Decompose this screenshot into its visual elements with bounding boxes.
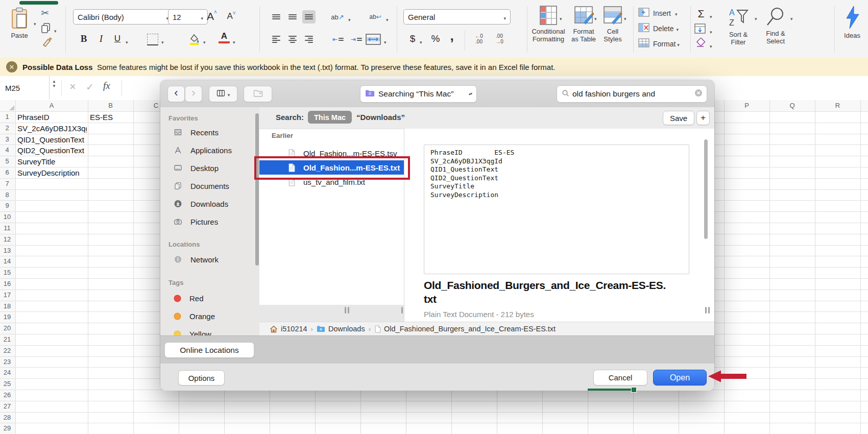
row-header-8[interactable]: 8 — [0, 191, 14, 199]
cell-B1[interactable]: ES-ES — [90, 113, 132, 122]
save-search-button[interactable]: Save — [663, 111, 694, 125]
row-header-22[interactable]: 22 — [0, 347, 14, 354]
sort-filter-dropdown[interactable] — [755, 13, 757, 22]
column-resize-handle[interactable] — [343, 307, 350, 314]
sidebar-item-desktop[interactable]: Desktop — [165, 161, 255, 175]
row-header-25[interactable]: 25 — [0, 380, 14, 388]
increase-indent-button[interactable]: ⇥ — [349, 33, 364, 46]
name-box[interactable]: M25 — [0, 76, 50, 100]
fill-down-icon[interactable] — [694, 23, 706, 36]
cancel-button[interactable]: Cancel — [593, 370, 647, 385]
bold-button[interactable]: B — [77, 32, 91, 46]
format-as-table-dropdown[interactable] — [594, 13, 597, 22]
row-header-10[interactable]: 10 — [0, 213, 14, 221]
row-header-19[interactable]: 19 — [0, 313, 14, 321]
path-segment-downloads[interactable]: Downloads — [317, 325, 365, 333]
sidebar-item-orange[interactable]: Orange — [165, 309, 255, 323]
copy-icon[interactable] — [41, 22, 51, 36]
borders-icon[interactable] — [147, 34, 158, 45]
sidebar-item-network[interactable]: Network — [165, 253, 255, 266]
insert-button[interactable]: Insert — [638, 7, 687, 19]
location-dropdown[interactable]: Searching “This Mac” — [360, 85, 477, 103]
scope-downloads-button[interactable]: “Downloads” — [356, 113, 405, 122]
paste-dropdown[interactable] — [34, 18, 36, 28]
ideas-button[interactable]: Ideas — [839, 5, 865, 39]
options-button[interactable]: Options — [178, 370, 225, 385]
currency-dropdown[interactable] — [420, 37, 422, 46]
path-segment-i510214[interactable]: i510214 — [270, 325, 307, 333]
row-header-14[interactable]: 14 — [0, 257, 14, 265]
grow-font-button[interactable]: A˄ — [203, 8, 221, 25]
scope-this-mac-button[interactable]: This Mac — [308, 111, 352, 124]
search-field[interactable]: old fashion burgers and — [557, 85, 707, 103]
formula-enter-icon[interactable]: ✓ — [86, 81, 94, 93]
row-header-21[interactable]: 21 — [0, 335, 14, 343]
row-header-27[interactable]: 27 — [0, 402, 14, 410]
fill-color-dropdown[interactable] — [203, 37, 206, 46]
row-header-4[interactable]: 4 — [0, 146, 14, 154]
align-left-button[interactable] — [270, 33, 283, 46]
cell-A4[interactable]: QID2_QuestionText — [17, 146, 87, 155]
sidebar-item-red[interactable]: Red — [165, 292, 255, 305]
row-header-6[interactable]: 6 — [0, 168, 14, 176]
row-header-23[interactable]: 23 — [0, 358, 14, 366]
row-header-28[interactable]: 28 — [0, 414, 14, 421]
new-folder-button[interactable] — [244, 86, 272, 102]
underline-dropdown[interactable] — [126, 37, 128, 46]
fill-dropdown[interactable] — [710, 27, 712, 36]
format-painter-icon[interactable] — [42, 37, 53, 50]
add-scope-button[interactable]: + — [696, 111, 710, 125]
sidebar-item-recents[interactable]: Recents — [165, 126, 255, 139]
row-header-9[interactable]: 9 — [0, 202, 14, 209]
sidebar-item-pictures[interactable]: Pictures — [165, 215, 255, 228]
sidebar-item-downloads[interactable]: Downloads — [165, 197, 255, 210]
online-locations-button[interactable]: Online Locations — [164, 342, 254, 358]
row-header-20[interactable]: 20 — [0, 324, 14, 332]
name-box-stepper[interactable]: ▲▼ — [50, 79, 58, 88]
wrap-text-dropdown[interactable] — [386, 14, 389, 23]
font-size-select[interactable]: 12 — [168, 9, 208, 25]
preview-scrollbar[interactable] — [704, 139, 708, 239]
column-header-R[interactable]: R — [828, 102, 848, 109]
row-header-11[interactable]: 11 — [0, 224, 14, 232]
column-header-B[interactable]: B — [101, 102, 121, 109]
sidebar-item-applications[interactable]: Applications — [165, 143, 255, 157]
cell-A3[interactable]: QID1_QuestionText — [17, 135, 87, 144]
row-header-7[interactable]: 7 — [0, 180, 14, 187]
merge-center-dropdown[interactable] — [384, 37, 387, 46]
row-header-17[interactable]: 17 — [0, 291, 14, 299]
cell-A6[interactable]: SurveyDescription — [17, 168, 87, 177]
formula-fx-icon[interactable]: fx — [103, 80, 110, 91]
paste-button[interactable]: Paste — [6, 7, 33, 50]
underline-button[interactable]: U — [110, 32, 125, 46]
align-bottom-button[interactable] — [302, 10, 316, 23]
percent-button[interactable]: % — [429, 32, 442, 46]
row-header-2[interactable]: 2 — [0, 124, 14, 132]
borders-dropdown[interactable] — [161, 37, 164, 46]
clear-eraser-icon[interactable] — [694, 38, 706, 50]
row-header-15[interactable]: 15 — [0, 269, 14, 276]
fill-color-icon[interactable] — [188, 33, 200, 47]
align-center-button[interactable] — [286, 33, 299, 46]
select-all-corner[interactable] — [0, 100, 16, 111]
autosum-button[interactable]: Σ — [694, 7, 708, 20]
increase-decimal-button[interactable]: ←0 .00 — [470, 32, 488, 46]
formula-cancel-icon[interactable]: × — [69, 80, 76, 93]
font-name-select[interactable]: Calibri (Body) — [73, 9, 173, 25]
cell-A5[interactable]: SurveyTitle — [17, 157, 87, 166]
find-select-button[interactable]: Find &Select — [761, 6, 790, 45]
cell-styles-button[interactable]: CellStyles — [598, 5, 627, 43]
cell-A1[interactable]: PhraseID — [17, 113, 87, 122]
row-header-13[interactable]: 13 — [0, 247, 14, 254]
currency-button[interactable]: $ — [406, 32, 419, 46]
conditional-formatting-dropdown[interactable] — [560, 13, 562, 22]
autosum-dropdown[interactable] — [710, 11, 712, 20]
find-select-dropdown[interactable] — [790, 13, 793, 22]
number-format-select[interactable]: General — [403, 9, 511, 25]
font-color-icon[interactable]: A — [219, 32, 230, 43]
font-color-dropdown[interactable] — [233, 37, 235, 46]
conditional-formatting-button[interactable]: ConditionalFormatting — [529, 5, 568, 43]
shrink-font-button[interactable]: A˅ — [223, 8, 240, 25]
back-button[interactable]: ‹ — [167, 86, 185, 102]
cell-A2[interactable]: SV_2cA6yDBJ1X3qgId — [17, 124, 87, 133]
